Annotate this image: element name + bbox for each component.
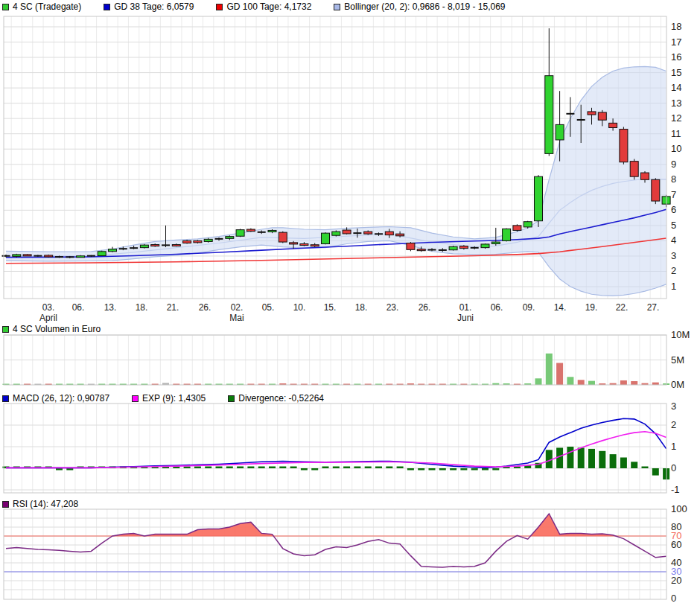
svg-text:10: 10 [671, 143, 681, 154]
svg-text:0M: 0M [671, 379, 684, 390]
exp-label: EXP (9): 1,4305 [142, 393, 206, 404]
svg-text:0: 0 [671, 462, 676, 473]
rsi-y-axis: 0203040607080100 [671, 503, 687, 604]
svg-text:27.: 27. [647, 302, 660, 313]
date-axis: 03.April06.13.18.21.26.02.Mai05.10.15.18… [39, 302, 659, 323]
volume-legend: 4 SC Volumen in Euro [2, 323, 101, 335]
legend-item-exp: EXP (9): 1,4305 [132, 393, 206, 404]
svg-text:0: 0 [671, 593, 676, 604]
svg-text:06.: 06. [491, 302, 503, 313]
divergence-label: Divergence: -0,52264 [238, 393, 324, 404]
volume-label: 4 SC Volumen in Euro [13, 324, 101, 334]
svg-text:13: 13 [671, 98, 681, 109]
bollinger-label: Bollinger (20, 2): 0,9686 - 8,019 - 15,0… [344, 1, 505, 12]
svg-text:26.: 26. [199, 302, 211, 313]
macd-swatch-icon [2, 395, 9, 402]
svg-text:80: 80 [671, 521, 681, 532]
svg-text:18.: 18. [355, 302, 368, 313]
gd100-swatch-icon [216, 4, 223, 10]
volume-bars-layer [3, 354, 670, 385]
bollinger-band-area [6, 66, 666, 296]
rsi-label: RSI (14): 47,208 [13, 499, 78, 509]
svg-text:10M: 10M [671, 329, 690, 340]
volume-swatch-icon [2, 326, 9, 333]
macd-legend: MACD (26, 12): 0,90787 EXP (9): 1,4305 D… [2, 392, 324, 404]
rsi-legend: RSI (14): 47,208 [2, 498, 78, 510]
svg-text:15: 15 [671, 67, 681, 78]
legend-item-rsi: RSI (14): 47,208 [2, 499, 78, 509]
svg-text:05.: 05. [262, 302, 275, 313]
svg-text:03.: 03. [42, 302, 55, 313]
svg-text:01.: 01. [459, 302, 472, 313]
svg-text:5: 5 [671, 220, 676, 231]
svg-text:1: 1 [671, 441, 676, 452]
gd38-swatch-icon [104, 4, 110, 10]
svg-text:12: 12 [671, 112, 681, 124]
svg-text:13.: 13. [104, 302, 117, 313]
svg-text:3: 3 [671, 250, 676, 261]
svg-text:Mai: Mai [229, 313, 244, 323]
rsi-grid [4, 509, 666, 599]
svg-text:6: 6 [671, 204, 676, 215]
svg-text:2: 2 [671, 265, 676, 276]
svg-text:02.: 02. [231, 302, 244, 313]
price-series-swatch-icon [2, 4, 9, 10]
svg-text:19.: 19. [585, 302, 598, 313]
svg-text:09.: 09. [523, 302, 535, 313]
svg-text:2: 2 [671, 419, 676, 430]
svg-text:21.: 21. [167, 302, 179, 313]
svg-text:9: 9 [671, 159, 676, 170]
legend-item-price: 4 SC (Tradegate) [2, 1, 81, 12]
legend-item-gd100: GD 100 Tage: 4,1732 [216, 1, 311, 12]
svg-text:5M: 5M [671, 354, 684, 366]
svg-text:11: 11 [671, 128, 681, 139]
gd38-label: GD 38 Tage: 6,0579 [114, 1, 194, 12]
legend-item-bollinger: Bollinger (20, 2): 0,9686 - 8,019 - 15,0… [334, 1, 505, 12]
macd-histogram-layer [3, 447, 670, 479]
svg-text:7: 7 [671, 189, 676, 200]
svg-text:8: 8 [671, 173, 676, 185]
svg-text:18.: 18. [136, 302, 148, 313]
exp-swatch-icon [132, 395, 139, 402]
price-legend: 4 SC (Tradegate) GD 38 Tage: 6,0579 GD 1… [2, 1, 505, 13]
rsi-line [6, 514, 666, 567]
volume-y-axis: 0M5M10M [671, 329, 690, 390]
legend-item-macd: MACD (26, 12): 0,90787 [2, 393, 109, 404]
svg-text:40: 40 [671, 557, 681, 568]
svg-text:26.: 26. [419, 302, 431, 313]
svg-text:April: April [39, 313, 57, 323]
divergence-swatch-icon [228, 395, 235, 402]
rsi-swatch-icon [2, 501, 9, 508]
svg-text:18: 18 [671, 21, 681, 32]
svg-text:16: 16 [671, 51, 681, 63]
macd-label: MACD (26, 12): 0,90787 [13, 393, 109, 404]
svg-text:23.: 23. [386, 302, 399, 313]
legend-item-volume: 4 SC Volumen in Euro [2, 324, 101, 334]
macd-y-axis: -10123 [671, 401, 680, 495]
chart-canvas[interactable]: 12345678910111213141516171803.April06.13… [0, 0, 700, 606]
price-y-axis: 123456789101112131415161718 [671, 21, 681, 292]
price-series-label: 4 SC (Tradegate) [13, 1, 81, 12]
svg-text:10.: 10. [293, 302, 306, 313]
svg-text:Juni: Juni [457, 313, 474, 323]
svg-text:4: 4 [671, 235, 676, 246]
bollinger-swatch-icon [334, 4, 340, 10]
svg-text:17: 17 [671, 36, 681, 48]
svg-text:3: 3 [671, 401, 676, 412]
svg-text:14.: 14. [554, 302, 567, 313]
svg-text:-1: -1 [671, 484, 680, 495]
legend-item-gd38: GD 38 Tage: 6,0579 [104, 1, 194, 12]
svg-text:100: 100 [671, 503, 687, 514]
legend-item-divergence: Divergence: -0,52264 [228, 393, 324, 404]
stock-chart: 4 SC (Tradegate) GD 38 Tage: 6,0579 GD 1… [0, 0, 700, 606]
svg-text:06.: 06. [72, 302, 85, 313]
gd100-label: GD 100 Tage: 4,1732 [226, 1, 311, 12]
svg-text:14: 14 [671, 82, 681, 93]
svg-text:15.: 15. [324, 302, 337, 313]
svg-text:1: 1 [671, 281, 676, 292]
svg-text:22.: 22. [616, 302, 629, 313]
